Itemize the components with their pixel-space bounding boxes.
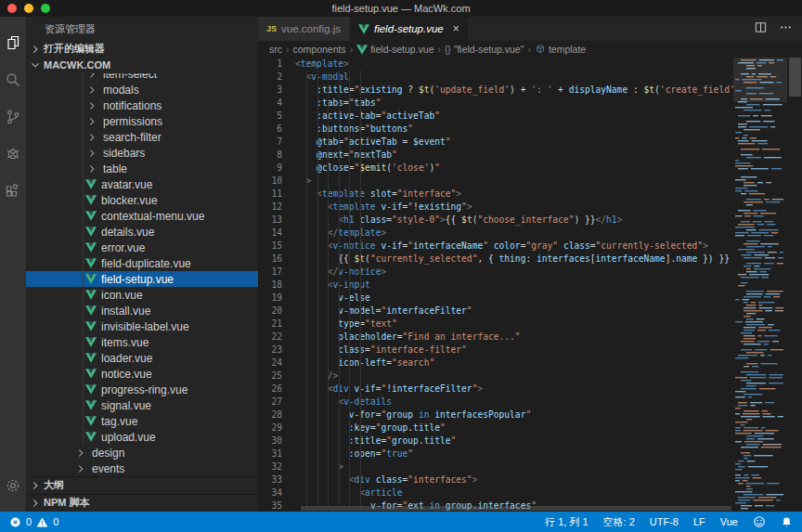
breadcrumb-item-4[interactable]: {}"field-setup.vue"	[445, 44, 524, 55]
code-line[interactable]: 30 :title="group.title"	[258, 435, 733, 448]
code-line[interactable]: 20 v-model="interfaceFilter"	[258, 305, 733, 318]
notifications-button[interactable]	[781, 516, 793, 528]
tree-item-modals[interactable]: modals	[26, 82, 258, 97]
horizontal-scrollbar[interactable]	[301, 506, 731, 511]
code-line[interactable]: 33 <div class="interfaces">	[258, 474, 733, 487]
activity-item-extensions[interactable]	[0, 175, 26, 212]
code-line[interactable]: 28 v-for="group in interfacesPopular"	[258, 409, 733, 422]
tree-item-permissions[interactable]: permissions	[26, 113, 258, 129]
code-line[interactable]: 5 :active-tab="activeTab"	[258, 110, 733, 123]
activity-item-search[interactable]	[0, 63, 26, 100]
code-line[interactable]: 17 </v-notice>	[258, 266, 733, 279]
tree-item-avatar.vue[interactable]: avatar.vue	[26, 176, 258, 192]
code-line[interactable]: 1<template>	[258, 58, 733, 71]
tree-item-invisible-label.vue[interactable]: invisible-label.vue	[26, 318, 258, 334]
code-line[interactable]: 2 <v-modal	[258, 71, 733, 84]
tab-vue.config.js[interactable]: JSvue.config.js	[258, 17, 350, 41]
activity-item-settings[interactable]	[0, 469, 26, 506]
code-line[interactable]: 4 :tabs="tabs"	[258, 97, 733, 110]
eol-setting[interactable]: LF	[693, 516, 705, 527]
split-editor-button[interactable]	[754, 20, 768, 38]
tree-item-items.vue[interactable]: items.vue	[26, 334, 258, 350]
code-line[interactable]: 13 <h1 class="style-0">{{ $t("choose_int…	[258, 214, 733, 227]
activity-item-source-control[interactable]	[0, 100, 26, 137]
code-line[interactable]: 27 <v-details	[258, 396, 733, 409]
breadcrumb-item-2[interactable]: components	[293, 44, 346, 55]
feedback-smiley-button[interactable]	[753, 515, 766, 528]
tree-item-install.vue[interactable]: install.vue	[26, 303, 258, 318]
breadcrumb: src›components›field-setup.vue›{}"field-…	[258, 41, 802, 58]
tree-item-table[interactable]: table	[26, 161, 258, 176]
tree-item-tag.vue[interactable]: tag.vue	[26, 413, 258, 429]
code-line[interactable]: 21 type="text"	[258, 318, 733, 331]
code-line[interactable]: 34 <article	[258, 487, 733, 500]
encoding-setting[interactable]: UTF-8	[650, 516, 679, 527]
problems-indicator[interactable]: 0 0	[9, 516, 58, 528]
tree-item-sidebars[interactable]: sidebars	[26, 145, 258, 161]
line-number: 10	[258, 175, 295, 188]
breadcrumb-item-3[interactable]: field-setup.vue	[356, 44, 433, 55]
code-line[interactable]: 19 v-else	[258, 292, 733, 305]
tab-field-setup.vue[interactable]: field-setup.vue×	[350, 17, 469, 41]
tree-item-events[interactable]: events	[26, 461, 258, 476]
code-line[interactable]: 11 <template slot="interface">	[258, 188, 733, 201]
breadcrumb-item-5[interactable]: template	[535, 44, 586, 55]
tree-item-details.vue[interactable]: details.vue	[26, 224, 258, 240]
indentation-setting[interactable]: 空格: 2	[603, 515, 635, 529]
code-line[interactable]: 14 </template>	[258, 227, 733, 240]
code-line[interactable]: 22 placeholder="Find an interface..."	[258, 331, 733, 344]
tree-item-upload.vue[interactable]: upload.vue	[26, 429, 258, 445]
workspace-section[interactable]: MACWK.COM	[26, 57, 258, 73]
code-line[interactable]: 23 class="interface-filter"	[258, 344, 733, 357]
code-line[interactable]: 31 :open="true"	[258, 448, 733, 461]
gear-icon	[4, 476, 22, 499]
code-editor[interactable]: 1<template>2 <v-modal3 :title="existing …	[258, 58, 802, 512]
code-line[interactable]: 8 @next="nextTab"	[258, 149, 733, 162]
activity-item-debug[interactable]	[0, 137, 26, 175]
code-line[interactable]: 25 />	[258, 370, 733, 383]
close-tab-icon[interactable]: ×	[453, 22, 459, 35]
code-line[interactable]: 16 {{ $t("currently_selected", { thing: …	[258, 253, 733, 266]
tree-item-contextual-menu.vue[interactable]: contextual-menu.vue	[26, 208, 258, 224]
code-line[interactable]: 15 <v-notice v-if="interfaceName" color=…	[258, 240, 733, 253]
tree-item-progress-ring.vue[interactable]: progress-ring.vue	[26, 382, 258, 397]
source-control-icon	[4, 108, 22, 130]
tree-item-error.vue[interactable]: error.vue	[26, 240, 258, 255]
tree-item-field-duplicate.vue[interactable]: field-duplicate.vue	[26, 255, 258, 271]
tree-item-blocker.vue[interactable]: blocker.vue	[26, 192, 258, 208]
open-editors-section[interactable]: 打开的编辑器	[26, 41, 258, 57]
language-mode[interactable]: Vue	[720, 516, 738, 527]
vue-file-icon	[358, 24, 369, 34]
tree-item-signal.vue[interactable]: signal.vue	[26, 397, 258, 413]
code-line[interactable]: 6 :buttons="buttons"	[258, 123, 733, 136]
tree-item-label: avatar.vue	[101, 178, 152, 191]
tree-item-design[interactable]: design	[26, 445, 258, 461]
code-line[interactable]: 26 <div v-if="!interfaceFilter">	[258, 383, 733, 396]
tree-item-loader.vue[interactable]: loader.vue	[26, 350, 258, 366]
code-line[interactable]: 18 <v-input	[258, 279, 733, 292]
code-line[interactable]: 29 :key="group.title"	[258, 422, 733, 435]
outline-section[interactable]: 大纲	[26, 476, 258, 494]
tree-item-notifications[interactable]: notifications	[26, 97, 258, 113]
code-line[interactable]: 32 >	[258, 461, 733, 474]
tree-item-notice.vue[interactable]: notice.vue	[26, 366, 258, 382]
breadcrumb-item-1[interactable]: src	[269, 44, 282, 55]
activity-item-explorer[interactable]	[0, 26, 26, 63]
code-line[interactable]: 12 <template v-if="!existing">	[258, 201, 733, 214]
code-line[interactable]: 9 @close="$emit('close')"	[258, 162, 733, 175]
minimap[interactable]	[733, 58, 787, 512]
cursor-position[interactable]: 行 1, 列 1	[545, 515, 588, 529]
tree-item-search-filter[interactable]: search-filter	[26, 129, 258, 145]
code-text: >	[295, 461, 343, 474]
code-line[interactable]: 24 icon-left="search"	[258, 357, 733, 370]
tree-item-field-setup.vue[interactable]: field-setup.vue	[26, 271, 258, 287]
code-line[interactable]: 10 >	[258, 175, 733, 188]
code-line[interactable]: 7 @tab="activeTab = $event"	[258, 136, 733, 149]
tree-item-item-select[interactable]: item-select	[26, 73, 258, 82]
vertical-scrollbar[interactable]	[789, 58, 801, 97]
minimap-slider[interactable]	[733, 58, 787, 102]
npm-scripts-section[interactable]: NPM 脚本	[26, 494, 258, 512]
tree-item-icon.vue[interactable]: icon.vue	[26, 287, 258, 303]
code-line[interactable]: 3 :title="existing ? $t('update_field') …	[258, 84, 733, 97]
more-actions-button[interactable]	[779, 20, 793, 38]
